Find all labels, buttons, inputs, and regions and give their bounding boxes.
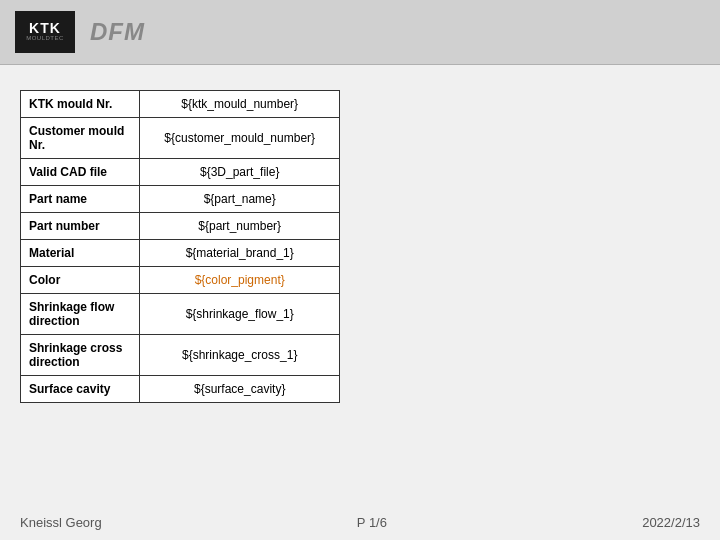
- table-row: Part number${part_number}: [21, 213, 340, 240]
- row-label: Material: [21, 240, 140, 267]
- logo: KTK MOULDTEC: [15, 11, 75, 53]
- row-value: ${part_name}: [140, 186, 340, 213]
- row-value: ${ktk_mould_number}: [140, 91, 340, 118]
- page-title: DFM: [90, 18, 145, 46]
- table-row: Part name${part_name}: [21, 186, 340, 213]
- table-row: Surface cavity${surface_cavity}: [21, 376, 340, 403]
- row-label: Shrinkage flow direction: [21, 294, 140, 335]
- row-value: ${shrinkage_cross_1}: [140, 335, 340, 376]
- app-header: KTK MOULDTEC DFM: [0, 0, 720, 65]
- row-label: Color: [21, 267, 140, 294]
- row-value: ${3D_part_file}: [140, 159, 340, 186]
- row-value: ${surface_cavity}: [140, 376, 340, 403]
- row-label: Shrinkage cross direction: [21, 335, 140, 376]
- row-label: KTK mould Nr.: [21, 91, 140, 118]
- page-footer: Kneissl Georg P 1/6 2022/2/13: [0, 515, 720, 530]
- row-value: ${material_brand_1}: [140, 240, 340, 267]
- footer-page: P 1/6: [357, 515, 387, 530]
- table-row: Shrinkage flow direction${shrinkage_flow…: [21, 294, 340, 335]
- row-label: Part name: [21, 186, 140, 213]
- row-value: ${shrinkage_flow_1}: [140, 294, 340, 335]
- row-value: ${part_number}: [140, 213, 340, 240]
- properties-table: KTK mould Nr.${ktk_mould_number}Customer…: [20, 90, 340, 403]
- row-value: ${color_pigment}: [140, 267, 340, 294]
- logo-text-top: KTK: [29, 21, 61, 35]
- table-row: Shrinkage cross direction${shrinkage_cro…: [21, 335, 340, 376]
- row-label: Part number: [21, 213, 140, 240]
- table-row: Customer mould Nr.${customer_mould_numbe…: [21, 118, 340, 159]
- main-content: KTK mould Nr.${ktk_mould_number}Customer…: [0, 65, 720, 540]
- table-row: KTK mould Nr.${ktk_mould_number}: [21, 91, 340, 118]
- table-row: Material${material_brand_1}: [21, 240, 340, 267]
- table-row: Valid CAD file${3D_part_file}: [21, 159, 340, 186]
- row-label: Customer mould Nr.: [21, 118, 140, 159]
- table-row: Color${color_pigment}: [21, 267, 340, 294]
- logo-text-bottom: MOULDTEC: [26, 35, 64, 42]
- footer-date: 2022/2/13: [642, 515, 700, 530]
- row-label: Valid CAD file: [21, 159, 140, 186]
- footer-author: Kneissl Georg: [20, 515, 102, 530]
- row-value: ${customer_mould_number}: [140, 118, 340, 159]
- row-label: Surface cavity: [21, 376, 140, 403]
